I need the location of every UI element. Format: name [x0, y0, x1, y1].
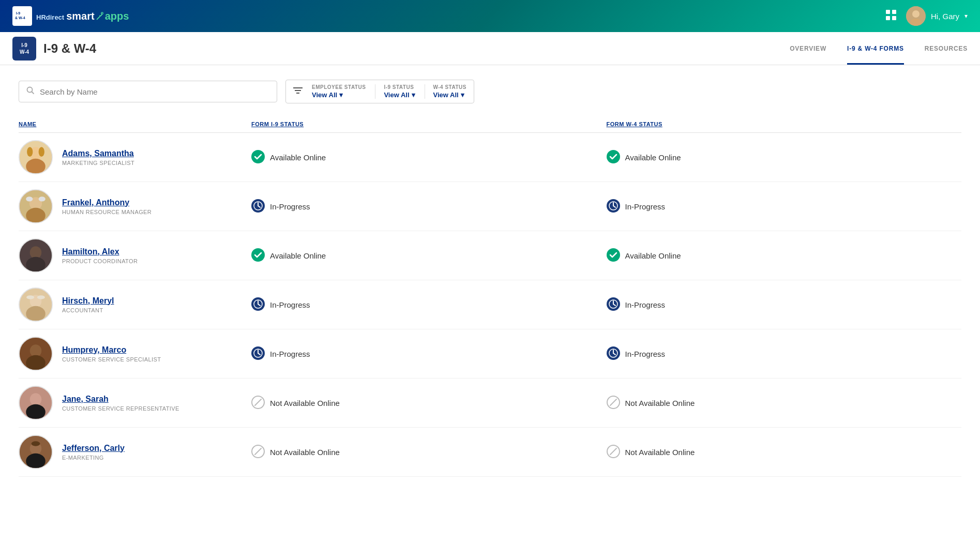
employee-info-hamilton: Hamilton, Alex PRODUCT COORDINATOR	[19, 238, 251, 273]
employee-status-arrow: ▾	[339, 91, 343, 99]
employee-name-hamilton[interactable]: Hamilton, Alex	[62, 247, 138, 256]
i9-status-filter[interactable]: I-9 STATUS View All ▾	[375, 84, 415, 99]
w4-status-icon-hirsch	[607, 297, 620, 312]
tab-resources[interactable]: RESOURCES	[925, 32, 968, 65]
w4-status-jefferson: Not Available Online	[607, 445, 962, 460]
employee-name-frankel[interactable]: Frankel, Anthony	[62, 198, 152, 207]
i9-status-icon-hamilton	[251, 248, 265, 263]
svg-point-56	[26, 355, 46, 371]
svg-point-3	[101, 12, 103, 14]
svg-point-74	[26, 454, 46, 469]
app-logo-icon: I-9 & W-4	[12, 6, 32, 26]
employee-avatar-hamilton	[19, 238, 53, 273]
tab-overview[interactable]: OVERVIEW	[790, 32, 826, 65]
table-header: NAME FORM I-9 STATUS FORM W-4 STATUS	[19, 118, 961, 133]
svg-point-9	[912, 10, 919, 18]
svg-point-39	[251, 248, 265, 262]
employee-avatar-jefferson	[19, 435, 53, 469]
employee-name-humprey[interactable]: Humprey, Marco	[62, 345, 161, 355]
i9-status-hamilton: Available Online	[251, 248, 607, 263]
w4-status-hirsch: In-Progress	[607, 297, 962, 312]
search-input[interactable]	[40, 87, 269, 96]
svg-point-27	[39, 197, 46, 201]
table-row: Humprey, Marco CUSTOMER SERVICE SPECIALI…	[19, 329, 961, 379]
i9-status-text-humprey: In-Progress	[270, 350, 310, 358]
i9-status-text-hirsch: In-Progress	[270, 300, 310, 309]
i9-status-icon-jefferson	[251, 445, 265, 460]
header-right: Hi, Gary ▾	[885, 6, 968, 26]
svg-point-21	[251, 150, 265, 163]
w4-status-arrow: ▾	[461, 91, 464, 99]
w4-status-icon-hamilton	[607, 248, 620, 263]
i9-status-value: View All ▾	[384, 91, 415, 99]
employee-name-adams[interactable]: Adams, Samantha	[62, 149, 134, 158]
i9-status-text-jane: Not Available Online	[270, 399, 340, 407]
i9-status-text-adams: Available Online	[270, 153, 326, 162]
page-icon: I-9 W-4	[12, 37, 36, 61]
employee-info-jane: Jane, Sarah CUSTOMER SERVICE REPRESENTAT…	[19, 386, 251, 420]
col-w4[interactable]: FORM W-4 STATUS	[607, 121, 962, 127]
col-i9[interactable]: FORM I-9 STATUS	[251, 121, 607, 127]
w4-status-label: W-4 STATUS	[433, 84, 466, 90]
i9-status-jefferson: Not Available Online	[251, 445, 607, 460]
employee-info-adams: Adams, Samantha MARKETING SPECIALIST	[19, 140, 251, 174]
table-row: Jane, Sarah CUSTOMER SERVICE REPRESENTAT…	[19, 379, 961, 428]
w4-status-text-hirsch: In-Progress	[625, 300, 666, 309]
w4-status-filter[interactable]: W-4 STATUS View All ▾	[425, 84, 466, 99]
i9-status-frankel: In-Progress	[251, 199, 607, 214]
brand-name: HRdirect	[36, 13, 64, 21]
i9-status-jane: Not Available Online	[251, 396, 607, 411]
filter-icon	[293, 86, 303, 97]
w4-status-icon-adams	[607, 150, 620, 165]
i9-status-humprey: In-Progress	[251, 346, 607, 361]
employee-name-hirsch[interactable]: Hirsch, Meryl	[62, 296, 114, 306]
employee-details-hamilton: Hamilton, Alex PRODUCT COORDINATOR	[62, 247, 138, 264]
employee-info-humprey: Humprey, Marco CUSTOMER SERVICE SPECIALI…	[19, 337, 251, 371]
svg-rect-7	[892, 16, 896, 20]
employee-name-jane[interactable]: Jane, Sarah	[62, 395, 179, 404]
svg-point-67	[26, 404, 46, 420]
table-row: Adams, Samantha MARKETING SPECIALIST Ava…	[19, 133, 961, 182]
w4-status-text-hamilton: Available Online	[625, 251, 681, 260]
top-header: I-9 & W-4 HRdirect smart apps	[0, 0, 980, 32]
w4-status-text-frankel: In-Progress	[625, 202, 666, 211]
svg-point-43	[26, 306, 46, 322]
app-name-smart: smart	[66, 10, 94, 22]
grid-icon[interactable]	[885, 9, 897, 23]
col-name[interactable]: NAME	[19, 121, 251, 127]
employee-avatar-humprey	[19, 337, 53, 371]
employee-status-value: View All ▾	[312, 91, 366, 99]
w4-status-humprey: In-Progress	[607, 346, 962, 361]
i9-status-icon-humprey	[251, 346, 265, 361]
employee-title-jefferson: E-MARKETING	[62, 455, 125, 461]
svg-line-71	[610, 399, 616, 405]
search-filter-row: EMPLOYEE STATUS View All ▾ I-9 STATUS Vi…	[19, 80, 961, 103]
employee-status-filter[interactable]: EMPLOYEE STATUS View All ▾	[312, 84, 366, 99]
page-title-area: I-9 W-4 I-9 & W-4	[12, 37, 96, 61]
i9-status-icon-hirsch	[251, 297, 265, 312]
user-menu[interactable]: Hi, Gary ▾	[906, 6, 968, 26]
tab-forms[interactable]: I-9 & W-4 FORMS	[847, 32, 904, 65]
search-box[interactable]	[19, 81, 277, 102]
employee-status-label: EMPLOYEE STATUS	[312, 84, 366, 90]
employee-name-jefferson[interactable]: Jefferson, Carly	[62, 444, 125, 453]
employee-avatar-hirsch	[19, 288, 53, 322]
w4-status-icon-jefferson	[607, 445, 620, 460]
w4-status-text-jefferson: Not Available Online	[625, 448, 695, 457]
user-greeting: Hi, Gary	[931, 12, 959, 21]
w4-status-text-jane: Not Available Online	[625, 399, 695, 407]
svg-point-75	[32, 441, 40, 446]
svg-point-18	[26, 159, 46, 174]
employee-info-jefferson: Jefferson, Carly E-MARKETING	[19, 435, 251, 469]
svg-line-77	[255, 448, 261, 455]
i9-status-icon-frankel	[251, 199, 265, 214]
w4-status-jane: Not Available Online	[607, 396, 962, 411]
user-dropdown-arrow[interactable]: ▾	[964, 12, 968, 20]
svg-rect-6	[886, 16, 890, 20]
employee-title-frankel: HUMAN RESOURCE MANAGER	[62, 209, 152, 215]
svg-point-25	[26, 208, 46, 223]
w4-status-icon-frankel	[607, 199, 620, 214]
i9-status-adams: Available Online	[251, 150, 607, 165]
w4-status-frankel: In-Progress	[607, 199, 962, 214]
i9-status-icon-jane	[251, 396, 265, 411]
